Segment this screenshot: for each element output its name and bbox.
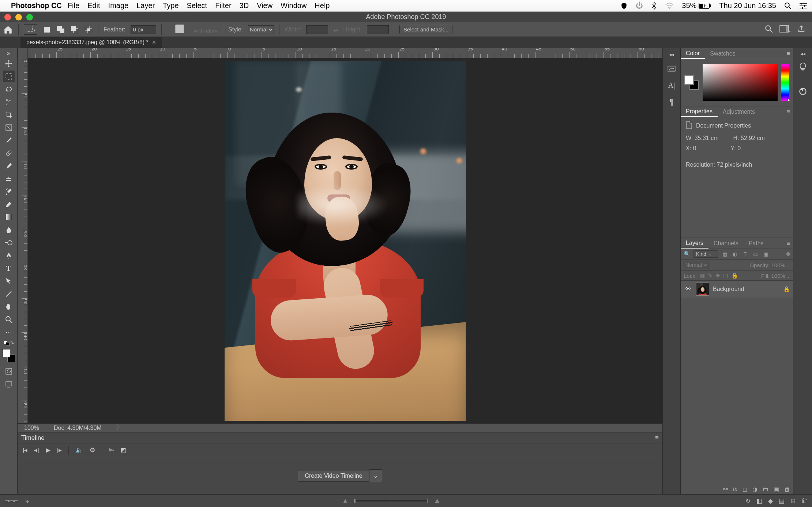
pen-tool[interactable] <box>3 250 15 261</box>
active-tool-icon[interactable]: ▾ <box>24 24 37 35</box>
zoom-tool[interactable] <box>3 314 15 325</box>
timeline-zoom-slider[interactable] <box>354 500 427 502</box>
render-icon[interactable]: ↳ <box>25 497 30 505</box>
onion-skin-icon[interactable]: ◧ <box>756 497 762 505</box>
filter-type-icon[interactable]: T <box>741 250 749 258</box>
gradient-tool[interactable] <box>3 211 15 223</box>
close-tab-icon[interactable]: × <box>152 39 156 46</box>
control-center-icon[interactable] <box>800 3 807 9</box>
quick-mask-icon[interactable] <box>3 366 15 377</box>
shield-icon[interactable] <box>620 2 628 10</box>
edit-toolbar[interactable]: ⋯ <box>3 326 15 338</box>
clone-stamp-tool[interactable] <box>3 173 15 185</box>
brush-tool[interactable] <box>3 160 15 172</box>
style-select[interactable]: Normal <box>248 25 274 34</box>
hue-slider[interactable] <box>781 64 789 101</box>
home-icon[interactable] <box>3 24 13 35</box>
close-window[interactable] <box>4 14 11 20</box>
menu-edit[interactable]: Edit <box>87 1 100 10</box>
layer-row[interactable]: 👁 Background 🔒 <box>681 281 793 298</box>
eyedropper-tool[interactable] <box>3 135 15 146</box>
rectangular-marquee-tool[interactable] <box>3 71 15 82</box>
timeline-menu-icon[interactable]: ≡ <box>655 434 659 442</box>
history-brush-tool[interactable] <box>3 186 15 197</box>
spotlight-icon[interactable] <box>784 2 792 10</box>
convert-icon[interactable]: ⊞ <box>790 497 796 505</box>
timeline-tab[interactable]: Timeline <box>21 434 45 442</box>
play-icon[interactable]: ▶ <box>46 446 50 454</box>
menu-layer[interactable]: Layer <box>136 1 155 10</box>
dodge-tool[interactable] <box>3 237 15 249</box>
character-panel-icon[interactable]: A| <box>666 79 677 91</box>
document-tab[interactable]: pexels-photo-2383337.jpeg @ 100% (RGB/8)… <box>20 37 162 48</box>
new-layer-icon[interactable]: ▣ <box>774 486 779 493</box>
layer-name[interactable]: Background <box>713 286 744 292</box>
opacity-value[interactable]: 100% <box>771 262 785 268</box>
timeline-settings-icon[interactable]: ⚙ <box>90 446 95 454</box>
tab-properties[interactable]: Properties <box>681 106 718 117</box>
blend-mode-select[interactable]: Normal <box>684 261 708 269</box>
horizontal-ruler[interactable]: 252015105051015202530354045505560 <box>28 48 662 58</box>
expand-toolbar-icon[interactable]: » <box>3 50 15 57</box>
layer-lock-icon[interactable]: 🔒 <box>783 286 790 292</box>
fill-value[interactable]: 100% <box>771 273 785 279</box>
move-tool[interactable] <box>3 58 15 69</box>
select-and-mask-button[interactable]: Select and Mask... <box>399 25 452 34</box>
create-video-timeline-button[interactable]: Create Video Timeline⌄ <box>298 469 382 482</box>
hand-tool[interactable] <box>3 301 15 313</box>
tab-paths[interactable]: Paths <box>744 238 769 249</box>
menu-3d[interactable]: 3D <box>240 1 249 10</box>
layer-thumbnail[interactable] <box>696 283 709 296</box>
foreground-color-swatch[interactable] <box>2 349 10 357</box>
menu-select[interactable]: Select <box>187 1 207 10</box>
paragraph-panel-icon[interactable]: ¶ <box>666 96 677 108</box>
filter-pixel-icon[interactable]: ▦ <box>721 250 728 258</box>
tab-channels[interactable]: Channels <box>708 238 744 249</box>
zoom-level[interactable]: 100% <box>24 425 39 431</box>
panel-menu-icon[interactable]: ≡ <box>787 240 793 247</box>
mute-icon[interactable]: 🔈 <box>75 446 83 454</box>
default-colors-icon[interactable] <box>3 341 15 345</box>
crop-tool[interactable] <box>3 109 15 121</box>
panel-menu-icon[interactable]: ≡ <box>787 50 793 57</box>
expand-strip-icon[interactable]: ◂◂ <box>666 52 677 57</box>
lasso-tool[interactable] <box>3 83 15 95</box>
loop-icon[interactable]: ↻ <box>745 497 751 505</box>
bluetooth-icon[interactable] <box>651 2 657 10</box>
group-icon[interactable]: 🗀 <box>763 486 768 493</box>
lock-position-icon[interactable]: ✥ <box>715 272 720 279</box>
search-icon[interactable] <box>765 25 773 34</box>
filter-smart-icon[interactable]: ▣ <box>762 250 769 258</box>
goto-first-frame-icon[interactable]: |◂ <box>23 446 27 454</box>
lock-paint-icon[interactable]: ✎ <box>708 272 713 279</box>
quick-selection-tool[interactable] <box>3 96 15 108</box>
comp-icon[interactable]: ▤ <box>779 497 785 505</box>
window-controls[interactable] <box>4 14 33 20</box>
new-selection-icon[interactable] <box>42 25 51 34</box>
menu-help[interactable]: Help <box>315 1 330 10</box>
eraser-tool[interactable] <box>3 198 15 210</box>
app-menu[interactable]: Photoshop CC <box>11 1 62 10</box>
toggle-icon[interactable]: ⏻ <box>636 1 643 10</box>
prev-frame-icon[interactable]: ◂| <box>34 446 39 454</box>
add-mask-icon[interactable]: ◻ <box>743 486 747 493</box>
learn-panel-icon[interactable] <box>797 60 809 73</box>
zoom-window[interactable] <box>26 14 33 20</box>
blur-tool[interactable] <box>3 224 15 236</box>
wifi-icon[interactable] <box>665 3 674 9</box>
transition-icon[interactable]: ◩ <box>120 446 126 454</box>
tab-color[interactable]: Color <box>681 48 705 59</box>
lock-all-icon[interactable]: 🔒 <box>731 272 738 279</box>
tab-adjustments[interactable]: Adjustments <box>718 106 760 117</box>
foreground-background-colors[interactable] <box>2 349 15 362</box>
menu-image[interactable]: Image <box>108 1 129 10</box>
menu-file[interactable]: File <box>68 1 79 10</box>
status-menu-icon[interactable]: 〉 <box>116 424 122 432</box>
timeline-type-dropdown-icon[interactable]: ⌄ <box>369 469 382 482</box>
libraries-panel-icon[interactable] <box>797 85 809 98</box>
layer-visibility-icon[interactable]: 👁 <box>684 286 692 292</box>
expand-strip-icon[interactable]: ◂◂ <box>797 51 809 57</box>
adjustment-layer-icon[interactable]: ◑ <box>752 486 758 493</box>
history-panel-icon[interactable] <box>666 63 677 74</box>
healing-brush-tool[interactable] <box>3 147 15 159</box>
